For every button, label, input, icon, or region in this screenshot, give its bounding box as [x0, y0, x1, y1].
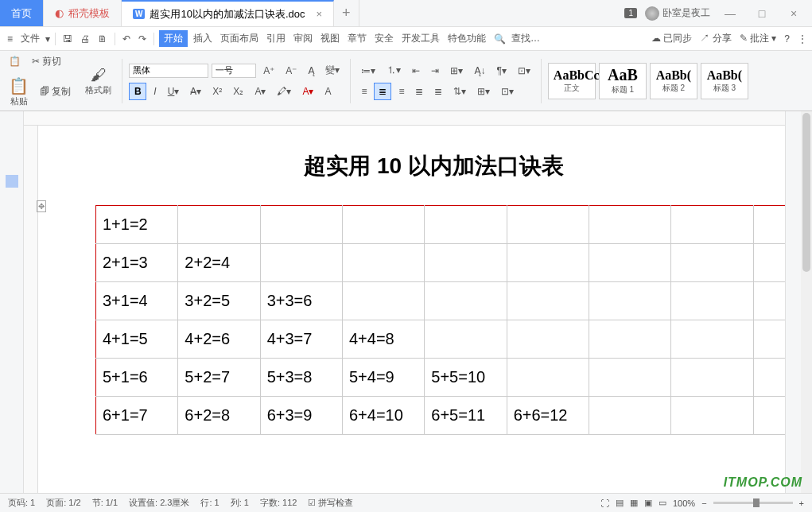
table-cell[interactable]: 6+1=7 [96, 397, 178, 435]
sort-button[interactable]: Ą↓ [470, 63, 489, 79]
style-h1[interactable]: AaB标题 1 [599, 63, 647, 99]
distribute-button[interactable]: ≣ [430, 83, 446, 99]
table-cell[interactable] [425, 206, 507, 244]
clear-format-icon[interactable]: Ą [304, 63, 318, 79]
scroll-thumb[interactable] [802, 113, 810, 272]
menu-file[interactable]: 文件 [18, 30, 42, 47]
search-icon[interactable]: 🔍 [491, 32, 508, 46]
table-cell[interactable] [589, 206, 670, 244]
show-marks-button[interactable]: ¶▾ [492, 63, 510, 79]
menu-more-icon[interactable]: ≡ [5, 32, 15, 46]
table-cell[interactable]: 6+3=9 [260, 397, 342, 435]
superscript-button[interactable]: X² [208, 83, 226, 99]
redo-icon[interactable]: ↷ [136, 32, 149, 46]
document-title[interactable]: 超实用 10 以内加法口诀表 [64, 151, 804, 181]
menu-start[interactable]: 开始 [159, 30, 188, 47]
menu-page[interactable]: 页面布局 [218, 30, 261, 47]
table-cell[interactable] [589, 320, 670, 359]
table-cell[interactable] [589, 282, 670, 320]
zoom-value[interactable]: 100% [673, 498, 695, 508]
cut-button[interactable]: ✂ 剪切 [28, 52, 65, 71]
tab-document[interactable]: W超实用10以内的加减法口诀表.doc× [122, 0, 334, 26]
print-icon[interactable]: 🖨 [78, 32, 92, 46]
status-chars[interactable]: 字数: 112 [260, 497, 297, 509]
fullscreen-icon[interactable]: ⛶ [600, 498, 609, 508]
table-cell[interactable] [671, 359, 753, 397]
table-cell[interactable] [671, 320, 753, 359]
status-spell[interactable]: ☑ 拼写检查 [308, 497, 353, 509]
tab-new[interactable]: + [334, 0, 359, 26]
document-page[interactable]: 超实用 10 以内加法口诀表 1+1=22+1=32+2=43+1=43+2=5… [64, 135, 804, 435]
table-cell[interactable]: 5+1=6 [96, 359, 178, 397]
style-normal[interactable]: AaBbCcDd正文 [548, 63, 596, 99]
annotate-button[interactable]: ✎ 批注 ▾ [740, 32, 777, 45]
style-h3[interactable]: AaBb(标题 3 [701, 63, 748, 99]
sync-status[interactable]: ☁ 已同步 [651, 32, 692, 45]
table-cell[interactable]: 5+3=8 [260, 359, 342, 397]
help-icon[interactable]: ? [784, 33, 790, 45]
align-left-button[interactable]: ≡ [357, 83, 371, 99]
share-button[interactable]: ↗ 分享 [700, 32, 731, 45]
bullets-button[interactable]: ≔▾ [357, 63, 379, 79]
table-cell[interactable] [425, 320, 507, 359]
minimize-icon[interactable]: — [718, 7, 742, 20]
tab-template[interactable]: ◐稻壳模板 [44, 0, 122, 26]
table-cell[interactable]: 5+4=9 [342, 359, 424, 397]
copy-text-button[interactable]: 🗐 复制 [36, 83, 75, 101]
menu-insert[interactable]: 插入 [191, 30, 215, 47]
preview-icon[interactable]: 🗎 [95, 32, 110, 46]
table-cell[interactable] [589, 359, 670, 397]
menu-view[interactable]: 视图 [318, 30, 342, 47]
align-center-button[interactable]: ≣ [374, 83, 391, 100]
paste-button[interactable]: 📋粘贴 [5, 74, 33, 110]
table-cell[interactable] [507, 359, 589, 397]
status-col[interactable]: 列: 1 [231, 497, 249, 509]
zoom-slider[interactable] [713, 502, 793, 504]
grow-font-icon[interactable]: A⁺ [259, 63, 278, 79]
table-cell[interactable]: 5+2=7 [178, 359, 260, 397]
status-page-num[interactable]: 页码: 1 [8, 497, 35, 509]
status-section[interactable]: 节: 1/1 [92, 497, 118, 509]
table-cell[interactable] [342, 282, 424, 320]
indent-right-button[interactable]: ⇥ [427, 63, 443, 79]
notification-badge[interactable]: 1 [624, 8, 637, 18]
user-info[interactable]: 卧室是夜工 [645, 6, 710, 21]
highlight-button[interactable]: 🖍▾ [273, 83, 295, 99]
table-cell[interactable] [178, 206, 260, 244]
menu-safe[interactable]: 安全 [372, 30, 396, 47]
font-select[interactable] [129, 64, 208, 78]
table-cell[interactable] [671, 206, 753, 244]
size-select[interactable] [212, 64, 256, 78]
numbering-button[interactable]: ⒈▾ [383, 61, 405, 80]
maximize-icon[interactable]: □ [750, 7, 774, 20]
table-cell[interactable] [589, 397, 670, 435]
table-cell[interactable]: 3+3=6 [260, 282, 342, 320]
table-cell[interactable]: 6+2=8 [178, 397, 260, 435]
table-cell[interactable] [260, 244, 342, 282]
char-shading-button[interactable]: A [321, 83, 335, 99]
view-read-icon[interactable]: ▭ [659, 498, 666, 508]
style-h2[interactable]: AaBb(标题 2 [650, 63, 697, 99]
subscript-button[interactable]: X₂ [229, 83, 247, 99]
close-icon[interactable]: × [317, 8, 323, 20]
table-cell[interactable] [671, 282, 753, 320]
shading-button[interactable]: ⊞▾ [473, 83, 494, 99]
status-page[interactable]: 页面: 1/2 [46, 497, 80, 509]
underline-button[interactable]: U▾ [164, 83, 184, 99]
table-cell[interactable] [425, 282, 507, 320]
table-cell[interactable]: 6+5=11 [425, 397, 507, 435]
close-window-icon[interactable]: × [782, 7, 806, 20]
table-cell[interactable]: 2+2=4 [178, 244, 260, 282]
table-cell[interactable]: 3+2=5 [178, 282, 260, 320]
borders-button[interactable]: ⊡▾ [497, 83, 518, 99]
table-cell[interactable]: 4+4=8 [342, 320, 424, 359]
tab-home[interactable]: 首页 [0, 0, 44, 26]
move-handle-icon[interactable]: ✥ [37, 200, 46, 212]
table-cell[interactable] [671, 244, 753, 282]
menu-review[interactable]: 审阅 [291, 30, 315, 47]
ruler-vertical[interactable] [24, 126, 38, 493]
table-cell[interactable]: 6+4=10 [342, 397, 424, 435]
table-cell[interactable] [507, 244, 589, 282]
table-cell[interactable] [507, 206, 589, 244]
view-web-icon[interactable]: ▦ [630, 498, 638, 508]
